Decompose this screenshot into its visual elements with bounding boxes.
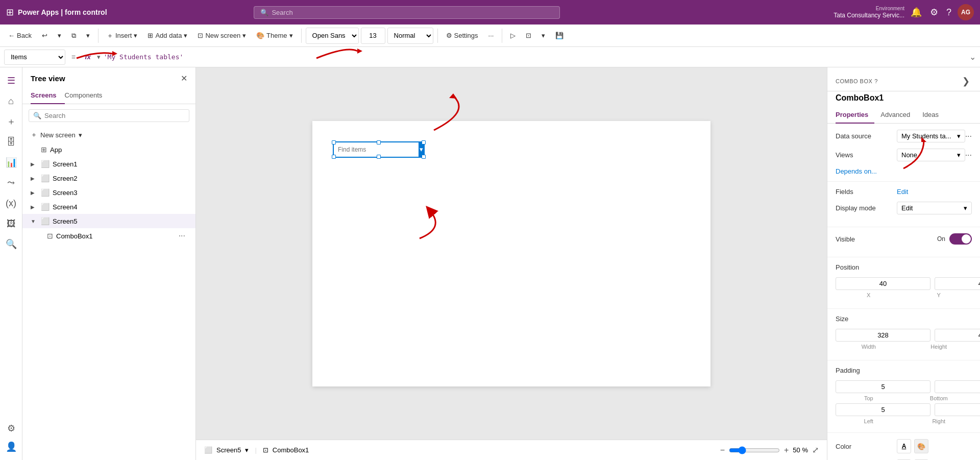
right-tab-ideas[interactable]: Ideas <box>922 107 945 124</box>
theme-button[interactable]: 🎨 Theme ▾ <box>252 30 297 41</box>
handle-tr[interactable] <box>422 140 426 144</box>
tree-item-screen2[interactable]: ▶ ⬜ Screen2 <box>22 171 195 185</box>
tree-item-app[interactable]: ⊞ App <box>22 142 195 157</box>
tree-item-screen3[interactable]: ▶ ⬜ Screen3 <box>22 185 195 200</box>
tree-item-combobox1[interactable]: ⊡ ComboBox1 ··· <box>22 228 195 244</box>
position-x-input[interactable] <box>836 277 930 290</box>
rail-icon-home[interactable]: ⌂ <box>2 92 20 110</box>
fx-button[interactable]: fx <box>82 52 94 62</box>
combobox-find-input[interactable] <box>334 144 419 155</box>
height-input[interactable] <box>935 329 980 342</box>
right-tab-properties[interactable]: Properties <box>836 107 874 124</box>
rail-icon-search[interactable]: 🔍 <box>2 235 20 253</box>
data-source-dropdown[interactable]: My Students ta... ▾ <box>897 130 965 142</box>
back-button[interactable]: ← Back <box>4 30 36 41</box>
combobox-more-button[interactable]: ··· <box>177 231 187 240</box>
screen1-icon: ⬜ <box>41 160 50 168</box>
settings-toolbar-button[interactable]: ⚙ Settings <box>442 30 482 41</box>
undo-dropdown-button[interactable]: ▾ <box>54 30 65 41</box>
handle-bl[interactable] <box>332 155 336 159</box>
color-fill-icon: 🎨 <box>917 443 925 450</box>
handle-bm[interactable] <box>377 155 381 159</box>
add-data-button[interactable]: ⊞ Add data ▾ <box>143 30 191 41</box>
right-panel-expand-button[interactable]: ❯ <box>960 74 972 89</box>
color-fill-swatch[interactable]: 🎨 <box>914 439 928 453</box>
font-size-input[interactable] <box>361 28 385 44</box>
top-search-box[interactable]: 🔍 <box>254 6 560 19</box>
help-button[interactable]: ? <box>944 5 953 20</box>
right-tab-advanced[interactable]: Advanced <box>880 107 916 124</box>
fields-edit-link[interactable]: Edit <box>897 188 908 196</box>
insert-button[interactable]: ＋ Insert ▾ <box>103 29 142 42</box>
new-screen-tree-button[interactable]: ＋ New screen ▾ <box>22 127 195 142</box>
visible-toggle[interactable] <box>949 233 972 245</box>
right-panel-component-title: ComboBox1 <box>827 91 980 107</box>
tree-item-screen5[interactable]: ▼ ⬜ Screen5 <box>22 214 195 228</box>
combobox-widget[interactable]: ▾ <box>333 141 425 158</box>
icon-rail: ☰ ⌂ ＋ 🗄 📊 ⤳ (x) 🖼 🔍 ⚙ 👤 <box>0 67 22 460</box>
tree-item-screen1[interactable]: ▶ ⬜ Screen1 <box>22 157 195 171</box>
fields-label: Fields <box>836 188 897 196</box>
right-label: Right <box>906 418 972 424</box>
formula-input[interactable] <box>104 53 966 61</box>
rail-icon-insert[interactable]: ＋ <box>2 112 20 131</box>
tree-item-screen4[interactable]: ▶ ⬜ Screen4 <box>22 200 195 214</box>
zoom-out-button[interactable]: − <box>720 446 725 455</box>
rail-icon-treeview[interactable]: ☰ <box>2 71 20 90</box>
avatar[interactable]: AG <box>958 4 974 20</box>
property-selector[interactable]: Items <box>4 50 65 65</box>
padding-left-input[interactable] <box>836 403 930 416</box>
redo-dropdown-button[interactable]: ▾ <box>82 30 94 41</box>
publish-button[interactable]: ⊡ <box>522 30 535 41</box>
handle-tl[interactable] <box>332 140 336 144</box>
tree-search-box[interactable]: 🔍 <box>29 109 189 122</box>
handle-tm[interactable] <box>377 140 381 144</box>
new-screen-button[interactable]: ⊡ New screen ▾ <box>193 30 250 41</box>
settings-button[interactable]: ⚙ <box>928 5 940 20</box>
formula-expand-button[interactable]: ⌄ <box>969 52 976 62</box>
fit-screen-button[interactable]: ⤢ <box>812 445 819 455</box>
rail-icon-variables[interactable]: (x) <box>2 194 20 212</box>
data-source-more-button[interactable]: ··· <box>965 132 972 141</box>
views-more-button[interactable]: ··· <box>965 151 972 160</box>
tree-search-input[interactable] <box>44 112 185 119</box>
handle-br[interactable] <box>422 155 426 159</box>
undo-button[interactable]: ↩ <box>38 30 52 41</box>
color-text-swatch[interactable]: A <box>897 439 911 453</box>
width-input[interactable] <box>836 329 930 342</box>
canvas-arrow-overlay <box>312 121 710 386</box>
apps-grid-icon[interactable]: ⊞ <box>6 7 14 18</box>
rail-icon-flows[interactable]: ⤳ <box>2 174 20 192</box>
style-selector[interactable]: Normal <box>387 28 433 44</box>
notifications-button[interactable]: 🔔 <box>909 5 924 20</box>
views-dropdown[interactable]: None ▾ <box>897 149 965 161</box>
screen4-icon: ⬜ <box>41 203 50 211</box>
preview-button[interactable]: ▷ <box>506 30 520 41</box>
formula-bar: Items = fx ▾ ⌄ <box>0 47 980 67</box>
position-y-input[interactable] <box>935 277 980 290</box>
display-mode-dropdown[interactable]: Edit ▾ <box>897 202 972 214</box>
rail-icon-settings[interactable]: ⚙ <box>2 419 20 438</box>
rail-icon-analytics[interactable]: 📊 <box>2 153 20 172</box>
zoom-slider[interactable] <box>729 446 780 454</box>
display-mode-label: Display mode <box>836 204 897 212</box>
tab-screens[interactable]: Screens <box>31 87 65 104</box>
rail-icon-data[interactable]: 🗄 <box>2 133 20 151</box>
depends-on-link[interactable]: Depends on... <box>836 167 877 175</box>
padding-top-input[interactable] <box>836 380 930 393</box>
redo-button[interactable]: ⧉ <box>67 30 80 42</box>
more2-button[interactable]: ▾ <box>537 30 549 41</box>
font-selector[interactable]: Open Sans <box>306 28 359 44</box>
zoom-in-button[interactable]: + <box>784 446 789 455</box>
padding-right-input[interactable] <box>935 403 980 416</box>
sep1 <box>98 29 99 43</box>
rail-icon-user[interactable]: 👤 <box>2 438 20 456</box>
save-button[interactable]: 💾 <box>551 30 568 41</box>
rail-icon-media[interactable]: 🖼 <box>2 214 20 233</box>
tree-close-button[interactable]: ✕ <box>181 74 187 83</box>
add-data-icon: ⊞ <box>148 32 153 39</box>
more-button[interactable]: ··· <box>484 30 498 41</box>
search-input[interactable] <box>272 9 553 16</box>
padding-bottom-input[interactable] <box>935 380 980 393</box>
tab-components[interactable]: Components <box>65 87 111 104</box>
